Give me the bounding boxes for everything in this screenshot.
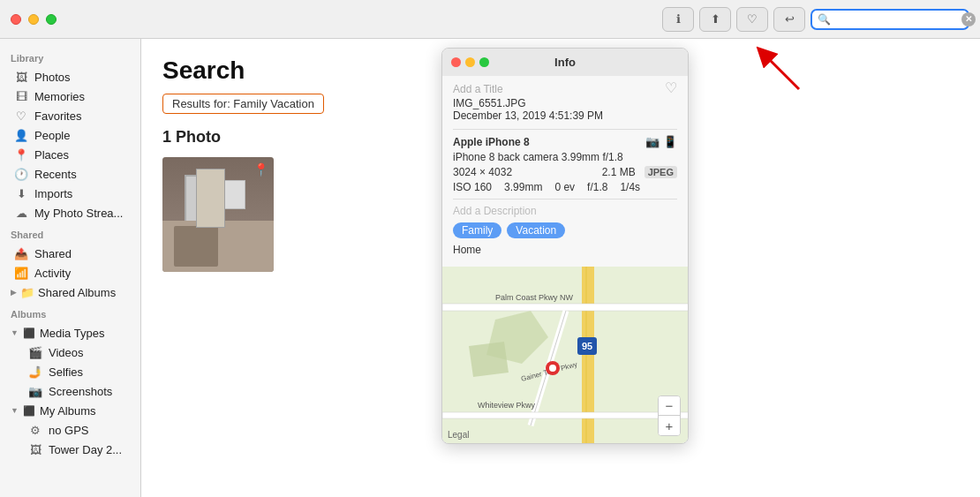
heart-icon: ♡ xyxy=(747,12,758,26)
info-datetime: December 13, 2019 4:51:39 PM xyxy=(453,109,677,122)
info-aperture: f/1.8 xyxy=(587,181,607,193)
my-albums-toggle[interactable]: ▼ ⬛ My Albums xyxy=(4,401,137,420)
sidebar-item-selfies-label: Selfies xyxy=(49,365,83,379)
info-close-button[interactable] xyxy=(451,57,461,67)
sidebar-item-screenshots[interactable]: 📷 Screenshots xyxy=(4,381,137,401)
sidebar-item-activity[interactable]: 📶 Activity xyxy=(4,263,137,282)
imports-icon: ⬇ xyxy=(14,186,28,200)
sidebar-item-places[interactable]: 📍 Places xyxy=(4,145,137,164)
info-description-placeholder[interactable]: Add a Description xyxy=(453,205,677,217)
search-bar[interactable]: 🔍 Family Vacation ✕ xyxy=(810,9,969,30)
maximize-button[interactable] xyxy=(46,14,57,25)
titlebar-actions: ℹ ⬆ ♡ ↩ 🔍 Family Vacation ✕ xyxy=(662,7,969,32)
library-section-label: Library xyxy=(0,46,140,67)
sidebar-item-photos[interactable]: 🖼 Photos xyxy=(4,67,137,87)
sidebar-item-videos[interactable]: 🎬 Videos xyxy=(4,343,137,362)
map-zoom-out-button[interactable]: − xyxy=(659,396,680,416)
sidebar-item-imports-label: Imports xyxy=(34,187,72,200)
info-location-label: Home xyxy=(453,244,677,256)
map-legal-text: Legal xyxy=(448,430,469,440)
sidebar-item-tower-day-label: Tower Day 2... xyxy=(49,443,122,456)
sidebar-item-screenshots-label: Screenshots xyxy=(49,385,112,398)
info-button[interactable]: ℹ xyxy=(662,7,694,32)
map-svg: 95 Palm Coast Pkwy NW Gainer Terre Pkwy … xyxy=(442,267,688,443)
map-zoom-controls[interactable]: − + xyxy=(658,395,681,436)
map-zoom-in-button[interactable]: + xyxy=(659,416,680,435)
svg-rect-7 xyxy=(442,304,688,311)
selfies-icon: 🤳 xyxy=(28,365,42,379)
info-focal-length: 3.99mm xyxy=(504,181,542,193)
sidebar-item-imports[interactable]: ⬇ Imports xyxy=(4,184,137,203)
info-device-icons: 📷 📱 xyxy=(645,135,677,148)
heart-button[interactable]: ♡ xyxy=(665,79,677,96)
sidebar-item-videos-label: Videos xyxy=(49,346,84,359)
media-types-toggle[interactable]: ▼ ⬛ Media Types xyxy=(4,323,137,343)
info-tag-family[interactable]: Family xyxy=(453,222,501,238)
sidebar-item-shared-albums-toggle[interactable]: ▶ 📁 Shared Albums xyxy=(4,282,137,302)
sidebar-item-people[interactable]: 👤 People xyxy=(4,125,137,145)
search-input[interactable]: Family Vacation xyxy=(834,12,958,26)
close-button[interactable] xyxy=(11,14,21,25)
rotate-icon: ↩ xyxy=(785,12,795,26)
main-layout: Library 🖼 Photos 🎞 Memories ♡ Favorites … xyxy=(0,39,980,497)
info-icon: ℹ xyxy=(676,12,681,26)
memories-icon: 🎞 xyxy=(14,89,28,103)
sidebar-item-tower-day[interactable]: 🖼 Tower Day 2... xyxy=(4,440,137,459)
info-dimensions: 3024 × 4032 xyxy=(453,166,512,178)
my-albums-label: My Albums xyxy=(40,404,96,418)
info-camera-detail: iPhone 8 back camera 3.99mm f/1.8 xyxy=(453,151,677,163)
no-gps-icon: ⚙ xyxy=(28,423,42,437)
camera-icon: 📷 xyxy=(645,135,660,148)
media-types-icon: ⬛ xyxy=(22,326,36,340)
info-tags: Family Vacation xyxy=(453,222,677,238)
rotate-button[interactable]: ↩ xyxy=(773,7,805,32)
people-icon: 👤 xyxy=(14,128,28,142)
shared-albums-icon: 📁 xyxy=(20,285,34,299)
svg-point-15 xyxy=(549,365,556,372)
titlebar: ℹ ⬆ ♡ ↩ 🔍 Family Vacation ✕ xyxy=(0,0,980,39)
search-clear-button[interactable]: ✕ xyxy=(961,12,976,26)
share-button[interactable]: ⬆ xyxy=(699,7,731,32)
screenshots-icon: 📷 xyxy=(28,384,42,398)
videos-icon: 🎬 xyxy=(28,345,42,359)
info-add-title: Add a Title xyxy=(453,83,677,95)
sidebar-item-no-gps[interactable]: ⚙ no GPS xyxy=(4,420,137,440)
titlebar-controls xyxy=(11,14,57,25)
svg-text:Whiteview Pkwy: Whiteview Pkwy xyxy=(478,401,536,410)
sidebar-item-places-label: Places xyxy=(34,148,69,162)
info-device-name: Apple iPhone 8 xyxy=(453,136,530,148)
sidebar-item-shared[interactable]: 📤 Shared xyxy=(4,244,137,263)
sidebar-item-recents[interactable]: 🕐 Recents xyxy=(4,164,137,184)
shared-albums-toggle-icon: ▶ xyxy=(11,288,17,297)
photo-thumbnail[interactable]: 📍 xyxy=(162,157,274,272)
sidebar-item-favorites[interactable]: ♡ Favorites xyxy=(4,106,137,125)
iphone-icon: 📱 xyxy=(663,135,677,148)
sidebar-item-photostream-label: My Photo Strea... xyxy=(34,207,123,220)
svg-text:95: 95 xyxy=(582,341,592,351)
my-albums-toggle-icon: ▼ xyxy=(11,406,19,415)
info-panel-traffic-lights xyxy=(451,57,489,67)
albums-section-label: Albums xyxy=(0,302,140,323)
media-types-label: Media Types xyxy=(40,327,104,340)
sidebar-item-memories[interactable]: 🎞 Memories xyxy=(4,87,137,106)
info-minimize-button[interactable] xyxy=(465,57,475,67)
info-maximize-button[interactable] xyxy=(479,57,489,67)
photos-icon: 🖼 xyxy=(14,70,28,84)
sidebar-item-shared-albums-label: Shared Albums xyxy=(38,286,116,299)
info-panel-title: Info xyxy=(554,56,576,69)
info-format-badge: JPEG xyxy=(645,166,677,178)
sidebar-item-photostream[interactable]: ☁ My Photo Strea... xyxy=(4,203,137,222)
favorite-button[interactable]: ♡ xyxy=(736,7,768,32)
sidebar-item-selfies[interactable]: 🤳 Selfies xyxy=(4,362,137,381)
info-specs-row: 3024 × 4032 2.1 MB JPEG xyxy=(453,166,677,178)
sidebar-item-shared-label: Shared xyxy=(34,247,72,260)
my-albums-icon: ⬛ xyxy=(22,403,36,418)
sidebar-item-activity-label: Activity xyxy=(34,267,71,280)
info-tag-vacation[interactable]: Vacation xyxy=(507,222,565,238)
info-shutter: 1/4s xyxy=(620,181,640,193)
info-filesize: 2.1 MB xyxy=(602,166,636,178)
recents-icon: 🕐 xyxy=(14,167,28,181)
info-map[interactable]: 95 Palm Coast Pkwy NW Gainer Terre Pkwy … xyxy=(442,267,688,443)
search-icon: 🔍 xyxy=(818,13,831,26)
minimize-button[interactable] xyxy=(28,14,39,25)
